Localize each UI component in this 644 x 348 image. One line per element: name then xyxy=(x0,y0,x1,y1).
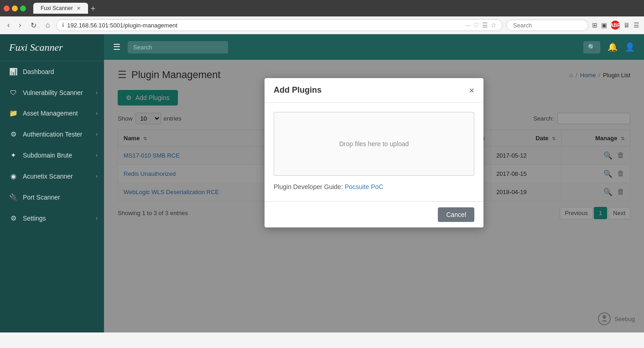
sidebar-item-label: Dashboard xyxy=(23,68,54,75)
browser-tabs: Fuxi Scanner ✕ + xyxy=(33,3,95,14)
browser-nav: ‹ › ↻ ⌂ ℹ 192.168.56.101:5001/plugin-man… xyxy=(0,16,644,34)
home-button[interactable]: ⌂ xyxy=(43,20,53,30)
dashboard-icon: 📊 xyxy=(9,68,17,76)
chevron-right-icon: › xyxy=(96,152,98,158)
url-more-icon[interactable]: ··· xyxy=(465,21,471,29)
app-wrapper: Fuxi Scanner 📊 Dashboard 🛡 Vulnerability… xyxy=(0,34,644,332)
guide-label: Plugin Developer Guide: xyxy=(274,183,343,190)
tab-label: Fuxi Scanner xyxy=(41,5,73,11)
header-icons: 🔔 👤 xyxy=(608,42,635,52)
reload-button[interactable]: ↻ xyxy=(28,20,39,31)
sidebar-item-label: Subdomain Brute xyxy=(23,152,72,159)
guide-link[interactable]: Pocsuite PoC xyxy=(345,183,384,190)
title-bar: Fuxi Scanner ✕ + xyxy=(0,0,644,16)
modal-overlay: Add Plugins × Drop files here to upload … xyxy=(104,60,644,332)
browser-tools: ⊞ ▣ ABP 🖥 ☰ xyxy=(592,21,639,30)
asset-management-icon: 📁 xyxy=(9,109,17,117)
sidebar-item-settings[interactable]: ⚙ Settings › xyxy=(0,208,104,229)
sidebar: Fuxi Scanner 📊 Dashboard 🛡 Vulnerability… xyxy=(0,34,104,332)
window-controls[interactable] xyxy=(4,5,26,11)
modal-footer: Cancel xyxy=(265,201,483,227)
logo-text: Fuxi Scanner xyxy=(9,42,63,53)
url-actions: ··· ♡ ☰ ☆ xyxy=(465,21,497,29)
main-area: ☰ 🔍 🔔 👤 ☰ Plugin Management ⌂ / Home xyxy=(104,34,644,332)
chevron-right-icon: › xyxy=(96,131,98,137)
page-content: ☰ Plugin Management ⌂ / Home / Plugin Li… xyxy=(104,60,644,332)
url-text: 192.168.56.101:5001/plugin-management xyxy=(67,22,462,29)
sidebar-item-label: Authentication Tester xyxy=(23,131,83,138)
sidebar-nav: 📊 Dashboard 🛡 Vulnerability Scanner › 📁 … xyxy=(0,61,104,332)
subdomain-icon: ✦ xyxy=(9,151,17,159)
sidebar-toggle-icon[interactable]: ▣ xyxy=(601,21,607,29)
adblock-icon[interactable]: ABP xyxy=(611,21,620,30)
user-icon[interactable]: 👤 xyxy=(625,42,635,52)
sidebar-item-label: Settings xyxy=(23,215,46,222)
vulnerability-scanner-icon: 🛡 xyxy=(9,89,17,96)
monitor-icon[interactable]: 🖥 xyxy=(623,21,630,29)
modal-body: Drop files here to upload Plugin Develop… xyxy=(265,103,483,201)
header-search-input[interactable] xyxy=(128,41,228,53)
hamburger-menu-icon[interactable]: ☰ xyxy=(113,42,120,52)
port-scanner-icon: 🔌 xyxy=(9,193,17,201)
library-icon[interactable]: ⊞ xyxy=(592,21,597,29)
header-search-button[interactable]: 🔍 xyxy=(583,41,600,53)
cancel-button[interactable]: Cancel xyxy=(438,207,474,222)
tab-close-button[interactable]: ✕ xyxy=(77,5,81,11)
browser-search-input[interactable] xyxy=(506,20,588,31)
chevron-right-icon: › xyxy=(96,173,98,179)
minimize-window-button[interactable] xyxy=(12,5,18,11)
header-search xyxy=(128,41,576,53)
forward-button[interactable]: › xyxy=(16,20,24,30)
modal-close-button[interactable]: × xyxy=(469,86,474,95)
settings-icon: ⚙ xyxy=(9,214,17,222)
pocket-icon[interactable]: ♡ xyxy=(473,21,479,29)
back-button[interactable]: ‹ xyxy=(5,20,12,30)
plugin-guide: Plugin Developer Guide: Pocsuite PoC xyxy=(274,183,474,192)
sidebar-item-label: Vulnerability Scanner xyxy=(23,89,83,96)
sidebar-item-label: Acunetix Scanner xyxy=(23,173,73,180)
sidebar-item-vulnerability-scanner[interactable]: 🛡 Vulnerability Scanner › xyxy=(0,82,104,103)
sidebar-item-label: Asset Management xyxy=(23,110,78,117)
url-bar[interactable]: ℹ 192.168.56.101:5001/plugin-management … xyxy=(56,19,503,31)
acunetix-icon: ◉ xyxy=(9,172,17,180)
url-secure-icon: ℹ xyxy=(62,22,64,28)
drop-zone-text: Drop files here to upload xyxy=(339,140,409,148)
sidebar-item-subdomain-brute[interactable]: ✦ Subdomain Brute › xyxy=(0,145,104,166)
sidebar-item-port-scanner[interactable]: 🔌 Port Scanner xyxy=(0,187,104,208)
sidebar-item-acunetix-scanner[interactable]: ◉ Acunetix Scanner › xyxy=(0,166,104,187)
menu-icon[interactable]: ☰ xyxy=(634,21,639,29)
add-plugins-modal: Add Plugins × Drop files here to upload … xyxy=(265,78,483,227)
sidebar-item-label: Port Scanner xyxy=(23,194,60,201)
chevron-right-icon: › xyxy=(96,110,98,116)
new-tab-button[interactable]: + xyxy=(91,4,96,14)
chevron-right-icon: › xyxy=(96,90,98,96)
close-window-button[interactable] xyxy=(4,5,10,11)
file-drop-zone[interactable]: Drop files here to upload xyxy=(274,112,474,176)
modal-title: Add Plugins xyxy=(274,85,322,95)
modal-header: Add Plugins × xyxy=(265,78,483,103)
reader-icon[interactable]: ☰ xyxy=(482,21,488,29)
maximize-window-button[interactable] xyxy=(20,5,26,11)
top-header: ☰ 🔍 🔔 👤 xyxy=(104,34,644,60)
notification-icon[interactable]: 🔔 xyxy=(608,42,618,52)
sidebar-logo: Fuxi Scanner xyxy=(0,34,104,61)
active-tab[interactable]: Fuxi Scanner ✕ xyxy=(33,3,88,14)
chevron-right-icon: › xyxy=(96,215,98,221)
browser-chrome: Fuxi Scanner ✕ + ‹ › ↻ ⌂ ℹ 192.168.56.10… xyxy=(0,0,644,34)
sidebar-item-asset-management[interactable]: 📁 Asset Management › xyxy=(0,103,104,124)
auth-tester-icon: ⚙ xyxy=(9,130,17,138)
sidebar-item-authentication-tester[interactable]: ⚙ Authentication Tester › xyxy=(0,124,104,145)
bookmark-icon[interactable]: ☆ xyxy=(491,21,497,29)
sidebar-item-dashboard[interactable]: 📊 Dashboard xyxy=(0,61,104,82)
